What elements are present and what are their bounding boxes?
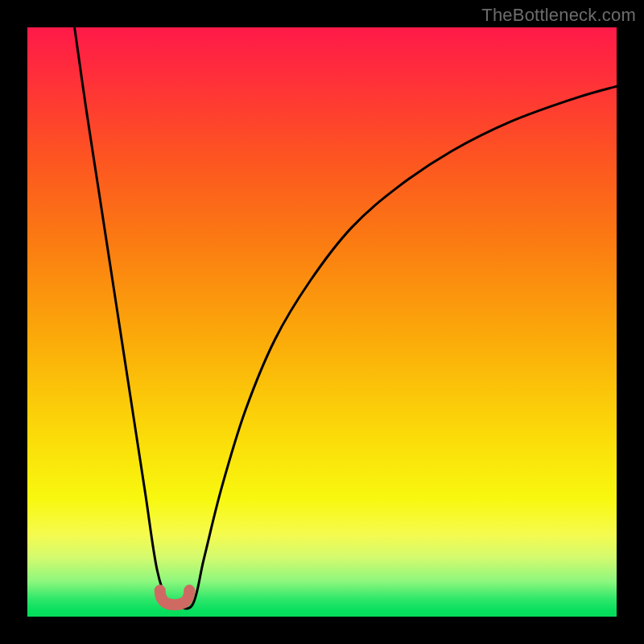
chart-plot-area — [27, 27, 617, 617]
bottleneck-curve — [75, 27, 617, 609]
chart-curves — [27, 27, 617, 617]
optimal-marker — [160, 590, 190, 605]
chart-container: TheBottleneck.com — [0, 0, 644, 644]
watermark-text: TheBottleneck.com — [481, 5, 636, 26]
